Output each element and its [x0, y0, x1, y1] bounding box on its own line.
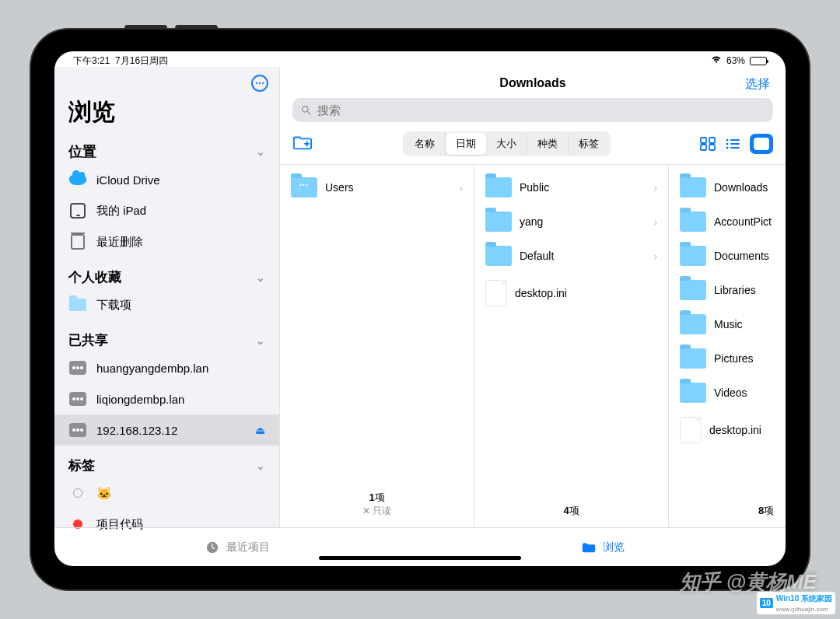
sidebar-item-network-server[interactable]: liqiongdembp.lan [54, 383, 279, 414]
main-panel: Downloads 选择 名称 日期 大小 [280, 67, 786, 527]
folder-icon [680, 348, 706, 369]
file-name: AccountPict [714, 215, 786, 228]
svg-rect-9 [701, 145, 706, 150]
file-row[interactable]: desktop.ini [674, 411, 786, 449]
folder-icon [581, 540, 597, 554]
file-name: Downloads [714, 181, 786, 194]
file-row[interactable]: Music [674, 308, 786, 341]
sidebar-item-tag[interactable]: 🐱 [54, 477, 279, 509]
file-name: Default [520, 250, 646, 262]
file-row[interactable]: Pictures [674, 342, 786, 375]
file-row[interactable]: Libraries [674, 274, 786, 306]
status-bar: 下午3:21 7月16日周四 63% [54, 51, 786, 67]
chevron-right-icon: › [654, 182, 657, 194]
view-grid-button[interactable] [700, 137, 716, 151]
sidebar-item-network-server[interactable]: huangyangdembp.lan [54, 352, 279, 383]
sort-segmented-control[interactable]: 名称 日期 大小 种类 标签 [403, 131, 611, 156]
svg-point-1 [259, 82, 261, 84]
file-row[interactable]: Users› [285, 171, 469, 204]
chevron-right-icon: › [460, 182, 463, 194]
sidebar: 浏览 位置 ⌄ iCloud Drive 我的 iPad [54, 67, 280, 527]
file-name: desktop.ini [709, 424, 786, 436]
folder-icon [680, 212, 706, 232]
trash-icon [68, 233, 87, 251]
file-row[interactable]: yang› [479, 205, 663, 238]
section-favorites-header[interactable]: 个人收藏 ⌄ [54, 257, 279, 289]
sidebar-title: 浏览 [54, 93, 279, 133]
more-options-button[interactable] [251, 75, 268, 92]
hardware-button [124, 25, 167, 30]
svg-point-13 [726, 143, 729, 145]
battery-icon [750, 57, 767, 65]
folder-icon [680, 280, 706, 300]
chevron-right-icon: › [654, 250, 657, 262]
sort-option-size[interactable]: 大小 [486, 133, 527, 155]
file-name: Videos [714, 386, 786, 399]
sidebar-item-downloads[interactable]: 下载项 [54, 289, 279, 320]
item-count: 4项 [479, 504, 663, 518]
sort-option-tags[interactable]: 标签 [569, 133, 609, 155]
network-icon [68, 390, 87, 408]
sidebar-item-recently-deleted[interactable]: 最近删除 [54, 226, 279, 257]
network-icon [68, 358, 87, 377]
sidebar-item-myipad[interactable]: 我的 iPad [54, 195, 279, 226]
folder-icon [680, 383, 706, 403]
svg-point-11 [726, 139, 729, 142]
readonly-label: ✕ 只读 [285, 505, 469, 518]
svg-rect-16 [730, 147, 740, 149]
svg-rect-8 [709, 138, 715, 143]
network-icon [68, 421, 87, 439]
svg-point-3 [303, 107, 309, 113]
file-row[interactable]: Documents [674, 240, 786, 272]
svg-line-4 [307, 111, 310, 114]
sort-option-kind[interactable]: 种类 [527, 133, 569, 155]
file-icon [680, 417, 702, 443]
home-indicator[interactable] [319, 556, 521, 560]
column-footer: 4项 [474, 498, 668, 527]
file-name: yang [520, 215, 646, 228]
folder-icon [485, 177, 512, 198]
select-button[interactable]: 选择 [745, 76, 770, 93]
svg-rect-7 [701, 138, 706, 143]
folder-icon [68, 296, 87, 314]
folder-icon [485, 246, 512, 266]
file-row[interactable]: Downloads [674, 171, 786, 204]
file-row[interactable]: Videos [674, 376, 786, 409]
tab-browse[interactable]: 浏览 [420, 528, 786, 566]
new-folder-button[interactable] [292, 134, 313, 154]
file-row[interactable]: AccountPict [674, 205, 786, 238]
search-input[interactable] [292, 98, 773, 122]
chevron-down-icon: ⌄ [256, 145, 265, 158]
sort-option-date[interactable]: 日期 [446, 133, 486, 155]
file-icon [485, 280, 507, 306]
svg-rect-14 [730, 143, 740, 145]
column-view-column: Users›1项✕ 只读 [280, 165, 474, 527]
search-icon [300, 104, 312, 116]
view-list-button[interactable] [725, 137, 740, 151]
folder-icon [485, 212, 512, 232]
eject-icon[interactable]: ⏏ [255, 424, 265, 436]
svg-rect-10 [709, 145, 715, 150]
folder-icon [680, 246, 706, 266]
chevron-down-icon: ⌄ [256, 334, 265, 347]
file-name: Music [714, 318, 786, 330]
file-row[interactable]: Default› [479, 240, 663, 272]
file-name: Documents [714, 250, 786, 262]
tag-color-icon [68, 484, 87, 502]
file-row[interactable]: Public› [479, 171, 663, 204]
column-footer: 8项 [669, 498, 786, 527]
sidebar-item-network-server-selected[interactable]: 192.168.123.12 ⏏ [54, 414, 279, 446]
sidebar-item-icloud[interactable]: iCloud Drive [54, 164, 279, 195]
sort-option-name[interactable]: 名称 [404, 133, 446, 155]
svg-point-2 [262, 82, 264, 84]
section-shared-header[interactable]: 已共享 ⌄ [54, 320, 279, 352]
section-tags-header[interactable]: 标签 ⌄ [54, 446, 279, 477]
ipad-frame: 下午3:21 7月16日周四 63% 浏览 [31, 30, 809, 589]
file-name: desktop.ini [515, 287, 657, 299]
tab-recent[interactable]: 最近项目 [54, 528, 420, 566]
section-locations-header[interactable]: 位置 ⌄ [54, 133, 279, 164]
view-columns-button[interactable] [750, 134, 773, 154]
file-row[interactable]: desktop.ini [479, 274, 663, 313]
folder-icon [680, 177, 706, 198]
wifi-icon [711, 55, 722, 67]
